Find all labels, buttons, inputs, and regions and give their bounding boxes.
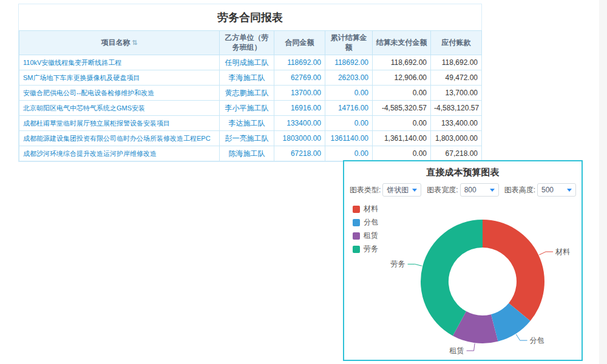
chart-width-control: 图表宽度: 800 [427,183,498,197]
slice-label-租赁: 租赁 [449,346,464,355]
table-row: 110kV安徽线程集变开断线路工程任明成施工队118692.00118692.0… [19,55,482,70]
cell-name[interactable]: 成都沙河环境综合提升改造运河护岸维修改造 [19,146,220,161]
chart-type-control: 图表类型: 饼状图 [350,183,421,197]
table-row: 成都杜甫草堂临时展厅独立展柜报警设备安装项目李达施工队133400.000.00… [19,116,482,131]
cell-settled: 14716.00 [325,101,373,116]
legend-item-租赁[interactable]: 租赁 [353,231,378,241]
label-leader-line [539,252,553,255]
cell-name[interactable]: 北京朝阳区电气中芯特气系统之GMS安装 [19,101,220,116]
legend-label: 劳务 [364,244,378,254]
cell-contract: 62769.00 [274,70,325,86]
cell-name[interactable]: SM广场地下车库更换摄像机及硬盘项目 [19,70,220,86]
cell-unit: 黄志鹏施工队 [220,86,274,101]
table-row: 成都沙河环境综合提升改造运河护岸维修改造陈海施工队67218.000.000.0… [19,146,482,161]
slice-label-劳务: 劳务 [391,260,405,268]
legend-swatch [353,219,360,226]
label-leader-line [408,264,422,266]
column-header-project-name[interactable]: 项目名称⇅ [19,31,220,55]
page-edge [599,0,607,364]
column-header-unpaid-amount: 结算未支付金额 [373,31,431,55]
column-header-contract-amount: 合同金额 [274,31,325,55]
cell-unpaid: 12,906.00 [373,70,431,86]
chevron-down-icon [490,189,495,192]
table-row: SM广场地下车库更换摄像机及硬盘项目李海施工队62769.0026203.001… [19,70,482,86]
report-table: 项目名称⇅ 乙方单位（劳务班组） 合同金额 累计结算金额 结算未支付金额 应付账… [19,30,482,161]
legend-swatch [353,232,360,240]
label-leader-line [516,334,527,340]
cell-name[interactable]: 110kV安徽线程集变开断线路工程 [19,55,220,70]
pie-slice-材料[interactable] [483,220,544,321]
legend-item-分包[interactable]: 分包 [353,217,378,228]
cell-contract: 67218.00 [274,146,325,161]
cell-unit: 陈海施工队 [220,146,274,161]
chart-height-value: 500 [541,186,554,194]
report-title: 劳务合同报表 [19,4,481,30]
cell-unit: 李小平施工队 [220,101,274,116]
slice-label-分包: 分包 [530,336,544,345]
chart-legend: 材料分包租赁劳务 [353,204,378,257]
cell-unpaid: 1,361,140.00 [373,131,431,146]
chart-type-value: 饼状图 [387,185,409,195]
cell-unit: 任明成施工队 [220,55,274,70]
legend-item-材料[interactable]: 材料 [353,204,378,214]
cell-payable: 13,700.00 [431,86,482,101]
cell-unpaid: -4,585,320.57 [373,101,431,116]
cell-name[interactable]: 成都能源建设集团投资有限公司临时办公场所装修改造工程EPC [19,131,220,146]
chart-height-label: 图表高度: [504,185,535,195]
table-row: 北京朝阳区电气中芯特气系统之GMS安装李小平施工队16916.0014716.0… [19,101,482,116]
column-header-settled-amount: 累计结算金额 [325,31,373,55]
cell-name[interactable]: 成都杜甫草堂临时展厅独立展柜报警设备安装项目 [19,116,220,131]
labor-contract-report-panel: 劳务合同报表 项目名称⇅ 乙方单位（劳务班组） 合同金额 累计结算金额 结算未支… [18,4,482,162]
chevron-down-icon [567,189,572,192]
cell-payable: -4,583,120.57 [431,101,482,116]
cell-payable: 118,692.00 [431,55,482,70]
column-label-project-name: 项目名称 [101,38,130,47]
direct-cost-chart-panel: 直接成本预算图表 图表类型: 饼状图 图表宽度: 800 图表高度: 500 材… [343,160,583,361]
cell-contract: 1803000.00 [274,131,325,146]
cell-settled: 118692.00 [325,55,373,70]
legend-swatch [353,246,360,253]
column-header-payable: 应付账款 [431,31,482,55]
chevron-down-icon [412,189,417,192]
cell-settled: 0.00 [325,146,373,161]
cell-unpaid: 0.00 [373,116,431,131]
chart-width-value: 800 [464,186,476,194]
donut-chart: 材料分包租赁劳务 [344,197,582,360]
legend-label: 租赁 [364,231,378,241]
chart-type-label: 图表类型: [350,185,381,195]
cell-settled: 1361140.00 [325,131,373,146]
cell-contract: 118692.00 [274,55,325,70]
legend-swatch [353,206,360,213]
cell-payable: 1,803,000.00 [431,131,482,146]
cell-unit: 彭一亮施工队 [220,131,274,146]
cell-payable: 133,400.00 [431,116,482,131]
chart-controls: 图表类型: 饼状图 图表宽度: 800 图表高度: 500 [344,183,582,197]
chart-height-select[interactable]: 500 [537,183,576,197]
legend-label: 材料 [364,204,378,214]
slice-label-材料: 材料 [555,248,570,256]
table-header-row: 项目名称⇅ 乙方单位（劳务班组） 合同金额 累计结算金额 结算未支付金额 应付账… [19,31,482,55]
chart-title: 直接成本预算图表 [344,161,582,183]
cell-settled: 26203.00 [325,70,373,86]
legend-item-劳务[interactable]: 劳务 [353,244,378,254]
cell-unpaid: 0.00 [373,86,431,101]
cell-contract: 13700.00 [274,86,325,101]
cell-settled: 0.00 [325,86,373,101]
chart-width-label: 图表宽度: [427,185,458,195]
cell-name[interactable]: 安徽合肥供电公司--配电设备检修维护和改造 [19,86,220,101]
table-row: 成都能源建设集团投资有限公司临时办公场所装修改造工程EPC彭一亮施工队18030… [19,131,482,146]
cell-payable: 49,472.00 [431,70,482,86]
cell-payable: 67,218.00 [431,146,482,161]
cell-contract: 16916.00 [274,101,325,116]
sort-icon[interactable]: ⇅ [132,39,137,46]
table-row: 安徽合肥供电公司--配电设备检修维护和改造黄志鹏施工队13700.000.000… [19,86,482,101]
chart-type-select[interactable]: 饼状图 [382,183,421,197]
column-header-unit: 乙方单位（劳务班组） [220,31,274,55]
cell-settled: 0.00 [325,116,373,131]
cell-contract: 133400.00 [274,116,325,131]
legend-label: 分包 [364,217,378,228]
chart-height-control: 图表高度: 500 [504,183,576,197]
chart-width-select[interactable]: 800 [460,183,499,197]
cell-unit: 李海施工队 [220,70,274,86]
cell-unpaid: 0.00 [373,146,431,161]
